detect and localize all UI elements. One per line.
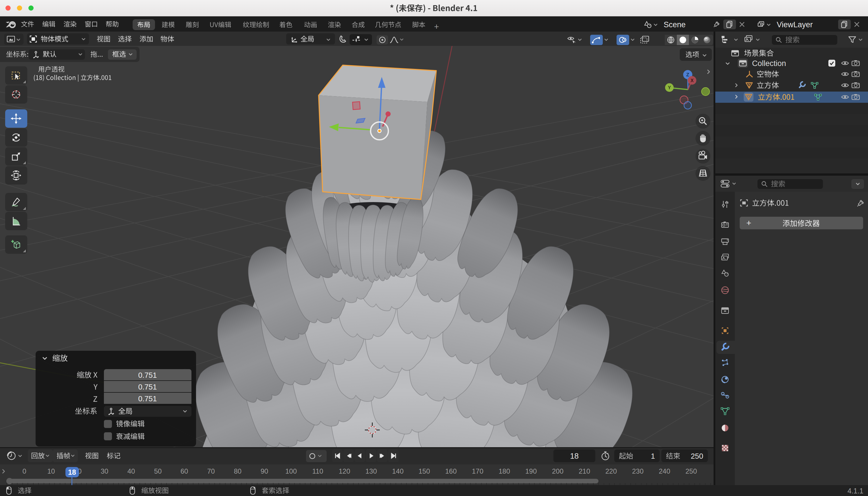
svg-text:Y: Y [668, 85, 671, 90]
svg-text:Z: Z [686, 72, 689, 78]
svg-text:X: X [691, 78, 694, 83]
